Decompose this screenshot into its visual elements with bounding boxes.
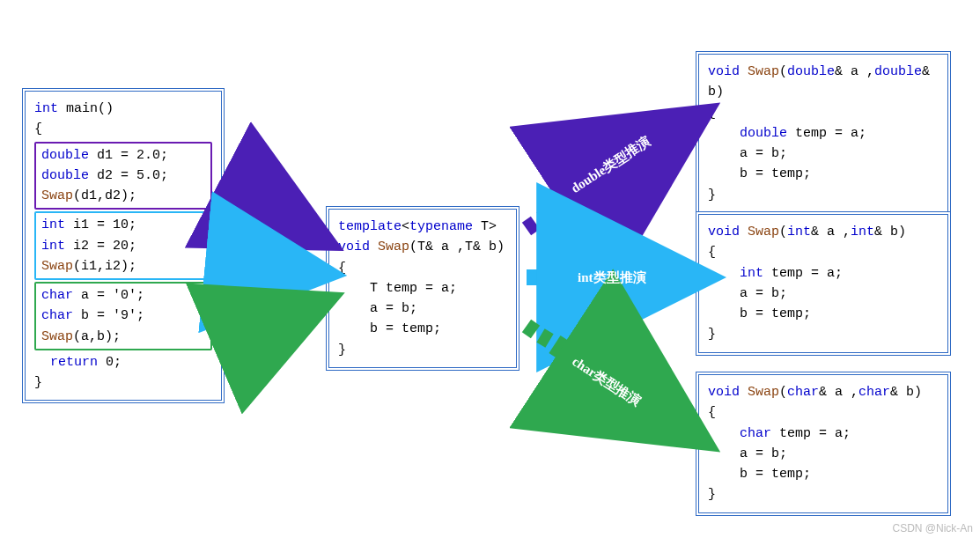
label-double-deduction: double类型推演 xyxy=(568,133,653,196)
svg-line-8 xyxy=(555,344,689,431)
svg-line-0 xyxy=(527,223,535,229)
svg-line-1 xyxy=(541,214,549,219)
arrow-template-char-icon xyxy=(527,326,689,431)
watermark-text: CSDN @Nick-An xyxy=(892,522,973,534)
main-block-int: int i1 = 10; int i2 = 20; Swap(i1,i2); xyxy=(34,211,212,280)
instantiation-double-box: void Swap(double& a ,double& b) { double… xyxy=(696,51,951,216)
svg-line-7 xyxy=(541,335,549,341)
svg-line-6 xyxy=(527,326,535,332)
brace: } xyxy=(34,372,212,393)
label-int-deduction: int类型推演 xyxy=(578,269,646,286)
main-block-double: double d1 = 2.0; double d2 = 5.0; Swap(d… xyxy=(34,142,212,210)
template-code-box: template<typename T> void Swap(T& a ,T& … xyxy=(326,206,519,371)
instantiation-char-box: void Swap(char& a ,char& b) { char temp … xyxy=(696,372,951,516)
kw-int: int xyxy=(34,101,58,116)
main-code-box: int main() { double d1 = 2.0; double d2 … xyxy=(22,88,225,403)
main-block-char: char a = '0'; char b = '9'; Swap(a,b); xyxy=(34,282,212,350)
brace: { xyxy=(34,119,212,139)
main-signature: int main() xyxy=(34,99,212,119)
label-char-deduction: char类型推演 xyxy=(569,353,644,410)
arrow-main-char-icon xyxy=(226,304,319,343)
arrow-main-double-icon xyxy=(226,189,319,238)
arrow-template-double-icon xyxy=(527,123,689,229)
svg-line-2 xyxy=(555,123,689,210)
instantiation-int-box: void Swap(int& a ,int& b) { int temp = a… xyxy=(696,211,951,356)
arrow-main-int-icon xyxy=(226,264,319,273)
